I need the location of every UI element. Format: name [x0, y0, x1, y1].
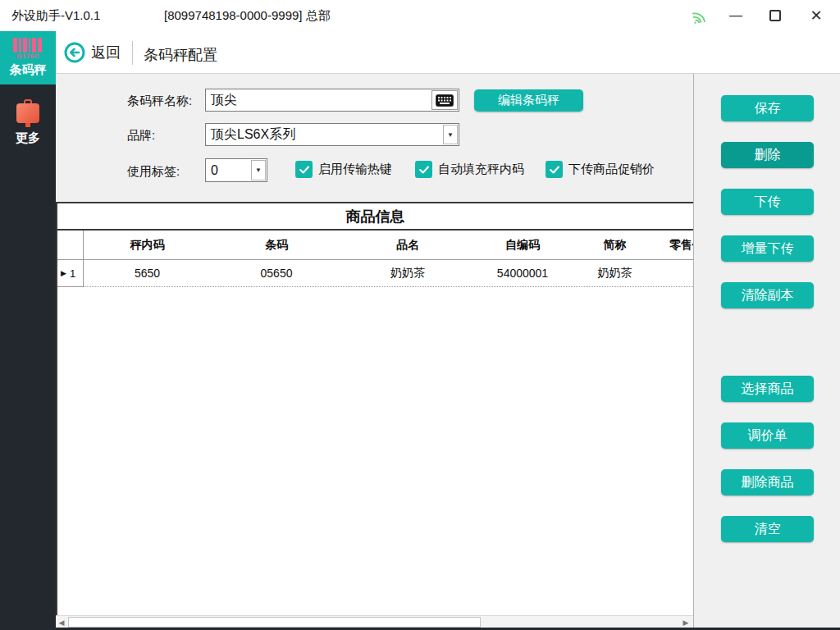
sidebar-item-more[interactable]: 更多 [0, 94, 56, 151]
cell-short-name: 奶奶茶 [572, 260, 658, 286]
cell-product-name: 奶奶茶 [342, 260, 473, 286]
maximize-icon [769, 10, 781, 21]
column-header[interactable]: 条码 [211, 231, 342, 259]
check-icon [295, 161, 313, 178]
toolbar: 返回 条码秤配置 [56, 31, 840, 74]
column-header[interactable]: 简称 [572, 231, 658, 259]
scrollbar-thumb[interactable] [68, 617, 481, 628]
delete-product-button[interactable]: 删除商品 [721, 469, 814, 495]
clear-copy-button[interactable]: 清除副本 [721, 282, 814, 308]
back-label: 返回 [91, 43, 121, 62]
app-window: 外设助手-V1.0.1 [8099748198-0000-9999] 总部 — … [0, 0, 840, 630]
row-number: 1 [70, 267, 75, 280]
incremental-download-button[interactable]: 增量下传 [721, 235, 814, 262]
device-model-code: G176C [0, 52, 56, 60]
store-identifier: [8099748198-0000-9999] 总部 [164, 8, 331, 24]
select-product-button[interactable]: 选择商品 [721, 376, 814, 402]
checkbox-promo-price[interactable]: 下传商品促销价 [546, 161, 655, 178]
checkbox-label: 下传商品促销价 [568, 162, 655, 177]
virtual-keyboard-button[interactable] [431, 90, 458, 110]
maximize-button[interactable] [761, 0, 789, 31]
delete-button[interactable]: 删除 [721, 142, 814, 168]
checkbox-transfer-hotkey[interactable]: 启用传输热键 [295, 161, 392, 178]
brand-value: 顶尖LS6X系列 [206, 126, 442, 144]
download-button[interactable]: 下传 [721, 189, 814, 215]
current-row-marker-icon: ▶ [61, 269, 66, 277]
product-table: 商品信息 秤内码 条码 品名 自编码 简称 零售价 ▶ 1 5650 05650… [56, 202, 693, 615]
titlebar: 外设助手-V1.0.1 [8099748198-0000-9999] 总部 — … [0, 0, 840, 31]
wifi-signal-icon [690, 7, 708, 25]
scroll-right-icon[interactable]: ▶ [680, 617, 692, 628]
column-header[interactable]: 自编码 [473, 231, 572, 259]
barcode-icon [11, 38, 44, 52]
scale-name-label: 条码秤名称: [127, 94, 192, 109]
chevron-down-icon[interactable]: ▼ [443, 125, 458, 144]
keyboard-icon [436, 94, 454, 107]
back-arrow-icon [64, 42, 85, 63]
cell-barcode: 05650 [211, 260, 342, 286]
page-title: 条码秤配置 [144, 45, 217, 65]
toolbar-divider [132, 41, 133, 65]
check-icon [546, 161, 563, 178]
checkbox-autofill-plu[interactable]: 自动填充秤内码 [415, 161, 524, 178]
sidebar: G176C 条码秤 更多 [0, 31, 56, 630]
app-title: 外设助手-V1.0.1 [11, 8, 100, 24]
tag-value: 0 [206, 163, 250, 178]
scroll-left-icon[interactable]: ◀ [56, 617, 67, 628]
table-row[interactable]: ▶ 1 5650 05650 奶奶茶 54000001 奶奶茶 [57, 260, 693, 287]
check-icon [415, 161, 432, 178]
cell-plu-code: 5650 [84, 260, 211, 286]
price-adjustment-button[interactable]: 调价单 [721, 422, 814, 449]
brand-label: 品牌: [127, 128, 155, 144]
row-selector-cell: ▶ 1 [57, 260, 84, 287]
horizontal-scrollbar[interactable]: ◀ ▶ [56, 615, 693, 628]
brand-select[interactable]: 顶尖LS6X系列 ▼ [205, 123, 459, 146]
table-header-row: 秤内码 条码 品名 自编码 简称 零售价 [57, 231, 693, 260]
column-header[interactable]: 品名 [342, 231, 473, 259]
cell-custom-code: 54000001 [473, 260, 572, 286]
action-panel: 保存 删除 下传 增量下传 清除副本 选择商品 调价单 删除商品 清空 [693, 74, 840, 630]
clear-all-button[interactable]: 清空 [721, 516, 814, 542]
save-button[interactable]: 保存 [721, 95, 814, 121]
briefcase-icon [16, 99, 39, 127]
scale-config-form: 条码秤名称: 顶尖 编辑条码秤 品牌: 顶尖LS6X系列 ▼ 使用标签: [56, 74, 693, 202]
chevron-down-icon[interactable]: ▼ [251, 160, 266, 180]
tag-label: 使用标签: [127, 164, 180, 180]
close-button[interactable]: ✕ [802, 0, 830, 31]
edit-scale-button[interactable]: 编辑条码秤 [474, 89, 583, 112]
table-title: 商品信息 [57, 203, 693, 231]
row-selector-header [57, 231, 84, 259]
column-header[interactable]: 秤内码 [84, 231, 211, 259]
scale-name-value: 顶尖 [206, 92, 431, 109]
sidebar-item-label: 条码秤 [0, 62, 56, 78]
sidebar-item-label: 更多 [0, 130, 56, 146]
tag-select[interactable]: 0 ▼ [205, 158, 267, 182]
sidebar-item-barcode-scale[interactable]: G176C 条码秤 [0, 31, 56, 84]
checkbox-label: 自动填充秤内码 [438, 162, 524, 177]
minimize-button[interactable]: — [722, 0, 750, 31]
cell-retail-price [658, 260, 693, 286]
column-header[interactable]: 零售价 [658, 231, 693, 259]
back-button[interactable]: 返回 [64, 42, 121, 63]
checkbox-label: 启用传输热键 [318, 162, 392, 177]
scale-name-input[interactable]: 顶尖 [205, 89, 459, 112]
